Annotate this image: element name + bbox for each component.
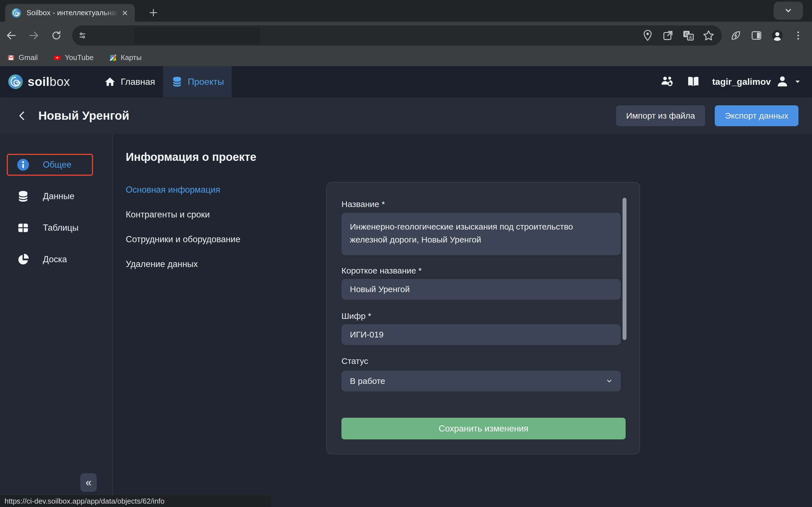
nav-item-projects[interactable]: Проекты — [163, 66, 232, 97]
energy-saver-icon[interactable] — [729, 29, 742, 42]
bookmark-maps[interactable]: Карты — [109, 53, 142, 62]
status-label: Статус — [342, 356, 368, 366]
content-area: Общее Данные Таблицы — [0, 134, 812, 507]
bookmark-label: YouTube — [65, 53, 94, 62]
save-button[interactable]: Сохранить изменения — [342, 418, 626, 439]
subnav-item-delete-data[interactable]: Удаление данных — [126, 255, 240, 274]
browser-window: Soilbox - интеллектуальная с — [0, 0, 812, 507]
open-in-new-icon[interactable] — [661, 29, 674, 42]
sidebar-item-label: Доска — [43, 255, 67, 265]
subnav-item-staff-equipment[interactable]: Сотрудники и оборудование — [126, 230, 240, 249]
forward-icon[interactable] — [27, 29, 41, 42]
status-select[interactable]: В работе — [342, 371, 621, 392]
menu-kebab-icon[interactable] — [792, 29, 805, 42]
caret-down-icon — [794, 78, 801, 86]
toolbar-right-actions — [729, 29, 805, 42]
code-input[interactable] — [342, 324, 621, 345]
export-button[interactable]: Экспорт данных — [715, 105, 799, 126]
brand-light: box — [50, 75, 70, 89]
translate-icon[interactable]: G A — [682, 29, 695, 42]
soilbox-logo-icon — [8, 74, 23, 89]
app-navbar-right: tagir_galimov — [660, 66, 812, 97]
home-icon — [104, 75, 116, 88]
bookmarks-bar: Gmail YouTube Карты — [0, 49, 812, 66]
database-icon — [171, 75, 183, 88]
short-name-input[interactable] — [342, 279, 621, 300]
soilbox-favicon-icon — [11, 8, 21, 18]
name-textarea[interactable]: Инженерно-геологические изыскания под ст… — [342, 213, 621, 255]
nav-item-label: Проекты — [188, 76, 224, 87]
sidebar-item-general[interactable]: Общее — [7, 154, 93, 176]
tune-icon[interactable] — [74, 27, 90, 43]
status-url-bar: https://ci-dev.soilbox.app/app/data/obje… — [0, 495, 271, 507]
browser-tab[interactable]: Soilbox - интеллектуальная с — [5, 4, 135, 22]
side-panel-icon[interactable] — [750, 29, 763, 42]
person-icon — [775, 75, 790, 89]
tab-search-button[interactable] — [774, 2, 803, 20]
back-chevron-icon[interactable] — [16, 108, 28, 123]
status-select-value: В работе — [350, 376, 385, 386]
svg-text:A: A — [689, 35, 692, 40]
brand-bold: soil — [28, 75, 50, 89]
bookmark-label: Карты — [121, 53, 142, 62]
tab-title: Soilbox - интеллектуальная с — [27, 8, 120, 17]
username: tagir_galimov — [712, 76, 771, 87]
project-subnav: Основная информация Контрагенты и сроки … — [126, 180, 240, 279]
page-header: Новый Уренгой Импорт из файла Экспорт да… — [0, 97, 812, 134]
app-navbar: soilbox Главная Проекты — [0, 66, 812, 97]
user-management-icon[interactable] — [660, 75, 674, 89]
back-icon[interactable] — [4, 29, 18, 42]
location-pin-icon[interactable] — [641, 29, 654, 42]
sidebar-item-label: Таблицы — [43, 223, 79, 233]
double-chevron-left-icon: « — [86, 476, 91, 489]
url-selection — [134, 27, 260, 44]
project-info-card: Название * Инженерно-геологические изыск… — [326, 182, 640, 454]
sidebar-item-tables[interactable]: Таблицы — [7, 217, 93, 239]
sidebar-item-label: Данные — [43, 191, 74, 202]
address-bar-actions: G A — [641, 29, 715, 42]
google-maps-icon — [109, 54, 117, 61]
sidebar-item-data[interactable]: Данные — [7, 185, 93, 207]
bookmark-youtube[interactable]: YouTube — [54, 53, 94, 62]
soilbox-brand[interactable]: soilbox — [8, 66, 70, 97]
close-icon[interactable] — [120, 8, 130, 18]
brand-name: soilbox — [28, 75, 70, 89]
code-label: Шифр * — [342, 311, 371, 321]
profile-avatar[interactable] — [771, 29, 784, 42]
gmail-icon — [7, 54, 15, 61]
section-title: Информация о проекте — [126, 151, 256, 163]
table-icon — [16, 221, 30, 235]
info-icon — [16, 158, 30, 172]
reload-icon[interactable] — [50, 29, 63, 42]
tab-strip: Soilbox - интеллектуальная с — [0, 0, 812, 22]
import-button[interactable]: Импорт из файла — [616, 105, 705, 126]
bookmark-star-icon[interactable] — [702, 29, 715, 42]
name-label: Название * — [342, 200, 385, 209]
docs-book-icon[interactable] — [686, 75, 700, 89]
browser-toolbar: G A — [0, 22, 812, 49]
chevron-down-icon — [605, 377, 613, 385]
project-sidebar: Общее Данные Таблицы — [0, 134, 113, 507]
sidebar-item-board[interactable]: Доска — [7, 248, 93, 270]
user-menu[interactable]: tagir_galimov — [712, 75, 801, 89]
subnav-item-basic-info[interactable]: Основная информация — [126, 180, 240, 200]
card-scrollbar-thumb[interactable] — [622, 198, 626, 340]
address-bar[interactable]: G A — [72, 25, 722, 46]
database-icon — [16, 189, 30, 203]
app-nav-items: Главная Проекты — [96, 66, 232, 97]
nav-item-home[interactable]: Главная — [96, 66, 163, 97]
page-header-actions: Импорт из файла Экспорт данных — [616, 105, 799, 126]
pie-chart-icon — [16, 252, 30, 266]
status-url-text: https://ci-dev.soilbox.app/app/data/obje… — [4, 497, 165, 506]
sidebar-item-label: Общее — [43, 160, 71, 170]
nav-item-label: Главная — [121, 76, 155, 87]
youtube-icon — [54, 54, 61, 61]
page-title: Новый Уренгой — [38, 109, 130, 122]
bookmark-label: Gmail — [18, 53, 38, 62]
sidebar-collapse-button[interactable]: « — [80, 473, 97, 492]
new-tab-button[interactable] — [145, 4, 161, 21]
short-name-label: Короткое название * — [342, 266, 422, 276]
subnav-item-contractors[interactable]: Контрагенты и сроки — [126, 205, 240, 224]
bookmark-gmail[interactable]: Gmail — [7, 53, 38, 62]
